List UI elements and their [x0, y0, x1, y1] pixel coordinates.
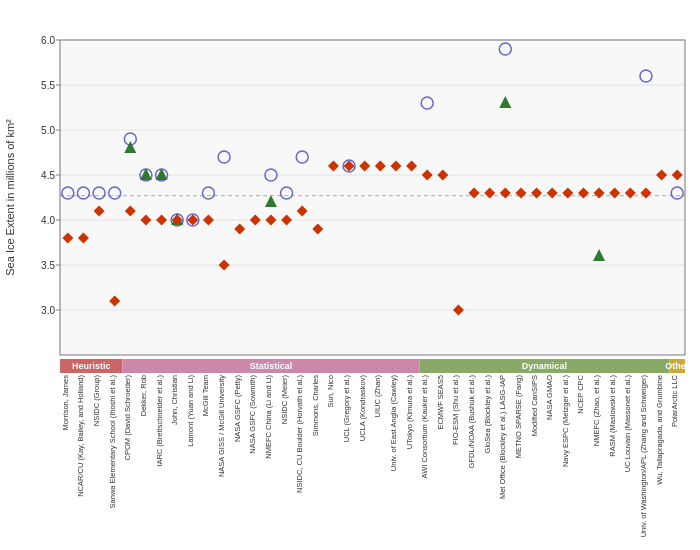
svg-text:Morrison, James: Morrison, James: [61, 375, 70, 431]
svg-text:NASA GMAO: NASA GMAO: [545, 375, 554, 420]
svg-text:Simmons, Charles: Simmons, Charles: [311, 375, 320, 437]
svg-text:3.5: 3.5: [41, 260, 55, 271]
svg-text:Other: Other: [665, 361, 690, 371]
svg-text:Modified CanSIPS: Modified CanSIPS: [530, 375, 539, 436]
svg-text:UCL (Gregory et al.): UCL (Gregory et al.): [342, 375, 351, 443]
svg-text:METNO SPARSE (Fang): METNO SPARSE (Fang): [514, 375, 523, 459]
svg-text:Heuristic: Heuristic: [72, 361, 111, 371]
svg-text:NASA GSFC (Petty): NASA GSFC (Petty): [233, 375, 242, 443]
svg-text:John, Christian: John, Christian: [170, 375, 179, 425]
svg-text:4.0: 4.0: [41, 215, 55, 226]
svg-text:NSIDC, CU Boulder (Horvath et : NSIDC, CU Boulder (Horvath et al.): [295, 374, 304, 492]
svg-text:UCLA (Kondraskov): UCLA (Kondraskov): [358, 375, 367, 442]
svg-text:Sun, Nico: Sun, Nico: [326, 375, 335, 408]
svg-text:UC Louvain (Massonet et al.): UC Louvain (Massonet et al.): [623, 375, 632, 473]
svg-text:AWI Consortium (Kauker et al.): AWI Consortium (Kauker et al.): [420, 375, 429, 479]
svg-text:UIUC (Zhan): UIUC (Zhan): [373, 375, 382, 418]
svg-text:NSIDC (Group): NSIDC (Group): [92, 375, 101, 427]
svg-text:Lamont (Yuan and Li): Lamont (Yuan and Li): [186, 375, 195, 447]
svg-text:NASA GSFC (Sowmith): NASA GSFC (Sowmith): [248, 374, 257, 453]
svg-text:3.0: 3.0: [41, 305, 55, 316]
svg-text:Univ. of Washington/APL (Zhang: Univ. of Washington/APL (Zhang and Schwe…: [639, 375, 648, 538]
svg-text:UTokyo (Kimura et al.): UTokyo (Kimura et al.): [405, 374, 414, 449]
svg-text:IARC (Brettschneider et al.): IARC (Brettschneider et al.): [155, 375, 164, 467]
svg-text:McGill Team: McGill Team: [201, 375, 210, 416]
svg-text:CPOM (David Schroeder): CPOM (David Schroeder): [123, 375, 132, 461]
svg-text:4.5: 4.5: [41, 170, 55, 181]
svg-text:FIO-ESM (Shu et al.): FIO-ESM (Shu et al.): [451, 375, 460, 446]
svg-text:6.0: 6.0: [41, 35, 55, 46]
svg-text:NSIDC (Meier): NSIDC (Meier): [280, 375, 289, 425]
svg-text:Dekker, Rob: Dekker, Rob: [139, 375, 148, 416]
svg-text:RASM (Maslowski et al.): RASM (Maslowski et al.): [608, 375, 617, 457]
chart-container: // This SVG is rendered via inline JS be…: [0, 0, 700, 550]
svg-text:PolarArctic LLC: PolarArctic LLC: [670, 374, 679, 427]
svg-text:NCAR/CU (Kay, Bailey, and Holl: NCAR/CU (Kay, Bailey, and Holland): [76, 375, 85, 497]
svg-text:Dynamical: Dynamical: [522, 361, 567, 371]
main-chart-svg: // This SVG is rendered via inline JS be…: [0, 0, 700, 550]
svg-text:Navy ESPC (Metzger et al.): Navy ESPC (Metzger et al.): [561, 374, 570, 467]
svg-text:Statistical: Statistical: [250, 361, 293, 371]
svg-text:NMEFC (Zhao, et al.): NMEFC (Zhao, et al.): [592, 374, 601, 446]
svg-text:Met Office (Blockley et al.) L: Met Office (Blockley et al.) LASG-IAP: [498, 375, 507, 499]
svg-text:Sanwa Elementary School (Ihosh: Sanwa Elementary School (Ihoshi et al.): [108, 375, 117, 509]
svg-text:Sea Ice Extent in millions of : Sea Ice Extent in millions of km²: [4, 119, 16, 276]
svg-text:NMEFC China (Li and Li): NMEFC China (Li and Li): [264, 375, 273, 459]
svg-text:NASA GISS / McGill University: NASA GISS / McGill University: [217, 375, 226, 477]
svg-text:GloSea (Blockley et al.): GloSea (Blockley et al.): [483, 375, 492, 454]
svg-text:ECMWF SEAS5: ECMWF SEAS5: [436, 375, 445, 430]
svg-rect-3: [60, 40, 685, 355]
svg-text:Wu, Tallapragada, and Grumbine: Wu, Tallapragada, and Grumbine: [655, 375, 664, 485]
svg-text:NCEP CPC: NCEP CPC: [576, 374, 585, 413]
svg-text:5.5: 5.5: [41, 80, 55, 91]
svg-text:5.0: 5.0: [41, 125, 55, 136]
svg-text:GFDL/NOAA (Bushuk et al.): GFDL/NOAA (Bushuk et al.): [467, 375, 476, 469]
svg-text:Univ. of East Anglia (Cawley): Univ. of East Anglia (Cawley): [389, 375, 398, 472]
